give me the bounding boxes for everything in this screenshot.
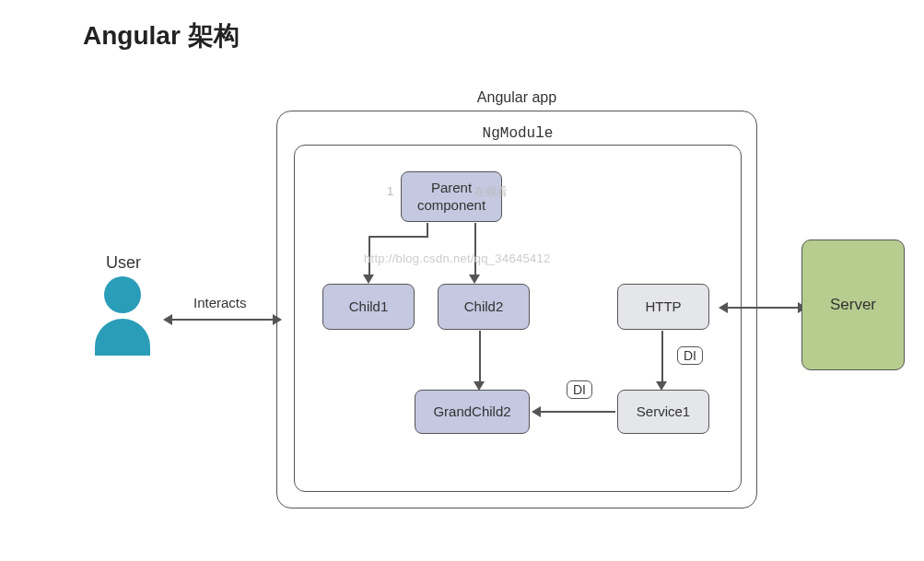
arrow-pc2-head	[469, 275, 480, 284]
arrow-user-app	[170, 319, 275, 321]
arrow-head-user-left	[163, 314, 172, 325]
watermark-top: 在观看	[474, 184, 508, 200]
arrow-http-s1	[661, 331, 663, 382]
arrow-pc1-h	[368, 236, 428, 238]
user-icon	[92, 276, 152, 359]
arrow-pc1-v	[427, 223, 428, 237]
watermark-url: http://blog.csdn.net/qq_34645412	[364, 251, 551, 265]
interacts-label: Interacts	[193, 295, 247, 310]
di-label-vertical: DI	[677, 346, 703, 365]
arrow-c2-gc2-head	[474, 381, 485, 391]
node-service1: Service1	[617, 390, 709, 434]
arrow-c2-gc2	[479, 331, 481, 382]
node-grandchild2: GrandChild2	[415, 390, 530, 434]
arrow-http-server	[726, 307, 800, 309]
arrow-s1-gc2-head	[532, 406, 541, 417]
node-child2: Child2	[438, 284, 530, 330]
node-http: HTTP	[617, 284, 709, 330]
arrow-s1-gc2	[540, 411, 615, 413]
arrow-pc1-head	[363, 275, 374, 284]
user-label: User	[106, 253, 141, 273]
ngmodule-label: NgModule	[483, 125, 554, 142]
ngmodule-box: NgModule Parent component Child1 Child2 …	[294, 145, 742, 492]
arrow-http-server-left	[719, 302, 728, 313]
angular-app-box: Angular app NgModule Parent component Ch…	[276, 111, 757, 508]
arrow-pc2-v	[474, 223, 476, 275]
node-child1: Child1	[322, 284, 415, 330]
di-label-horizontal: DI	[567, 380, 592, 399]
angular-app-label: Angular app	[477, 89, 556, 106]
node-server: Server	[801, 240, 905, 370]
arrow-http-s1-head	[656, 381, 667, 391]
watermark-number: 1	[387, 184, 393, 198]
page-title: Angular 架构	[83, 18, 240, 53]
